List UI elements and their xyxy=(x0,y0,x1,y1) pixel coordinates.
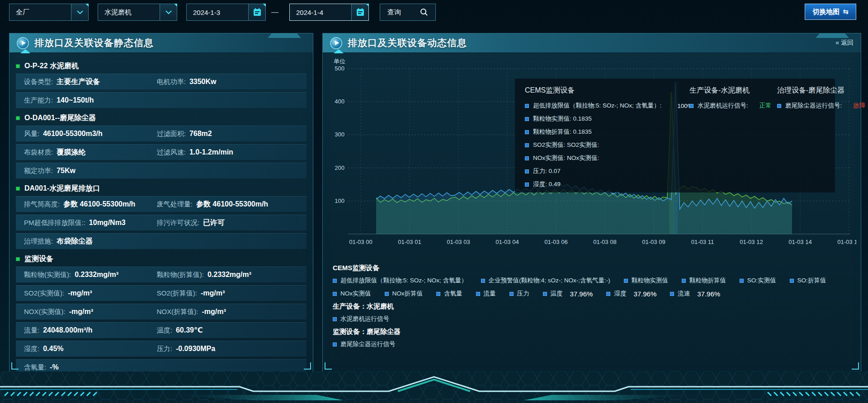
section-header: DA001-水泥磨尾排放口 xyxy=(16,181,307,196)
start-date-input[interactable]: 2024-1-3 xyxy=(186,4,266,21)
legend-item[interactable]: 压力 xyxy=(509,290,529,298)
legend-marker-icon xyxy=(436,292,440,296)
legend-marker-icon xyxy=(543,292,547,296)
legend-item[interactable]: NOx实测值 xyxy=(333,290,371,298)
svg-text:100: 100 xyxy=(335,197,344,204)
info-row: SO2(实测值):-mg/m³SO2(折算值):-mg/m³ xyxy=(16,285,307,301)
legend-item[interactable]: 颗粒物折算值 xyxy=(682,276,726,285)
svg-text:500: 500 xyxy=(335,65,344,72)
legend-marker-icon xyxy=(606,292,610,296)
info-row: 额定功率:75Kw xyxy=(16,163,307,179)
calendar-icon[interactable] xyxy=(351,4,368,20)
svg-text:01-03 08: 01-03 08 xyxy=(593,239,616,245)
legend-marker-icon xyxy=(333,317,337,321)
legend-item[interactable]: 企业预警值(颗粒物:4; sOz-; NOx-;含氧气量:-) xyxy=(481,276,610,285)
info-row: 流量:24048.000m³/h温度:60.39℃ xyxy=(16,322,307,338)
play-icon xyxy=(17,37,29,49)
back-link[interactable]: « 返回 xyxy=(835,39,854,47)
svg-text:01-03 12: 01-03 12 xyxy=(740,239,763,245)
legend-item[interactable]: 含氧量 xyxy=(436,290,462,298)
legend-marker-icon xyxy=(689,104,693,108)
field-value: 已许可 xyxy=(203,218,225,228)
end-date-value: 2024-1-4 xyxy=(290,9,351,16)
field-label: SO2(实测值): xyxy=(24,289,64,298)
legend-item[interactable]: 流速37.96% xyxy=(670,290,720,298)
field-label: 废气处理量: xyxy=(157,200,193,209)
static-info-list: O-P-22 水泥磨机设备类型:主要生产设备电机功率:3350Kw生产能力:14… xyxy=(9,53,313,375)
field-label: SO2(折算值): xyxy=(157,289,197,298)
field-value: 0.2332mg/m³ xyxy=(208,271,251,279)
tooltip-item: 颗粒物实测值: 0.1835 xyxy=(525,115,674,123)
legend-marker-icon xyxy=(682,279,686,283)
legend-item[interactable]: 磨尾除尘器运行信号 xyxy=(333,340,396,348)
legend-marker-icon xyxy=(509,292,514,296)
section-title: DA001-水泥磨尾排放口 xyxy=(24,184,100,193)
date-range-separator: — xyxy=(271,4,278,21)
green-bullet-icon xyxy=(16,257,20,261)
field-label: 排气筒高度: xyxy=(24,200,60,209)
legend-item[interactable]: SO:实测值 xyxy=(740,276,776,285)
legend-section-title: CEMS监测设备 xyxy=(333,264,853,272)
legend-marker-icon xyxy=(525,183,529,187)
plant-select[interactable]: 全厂 xyxy=(9,4,89,21)
query-button[interactable]: 查询 xyxy=(380,4,436,21)
tooltip-item: NOx实测值: NOx实测值: xyxy=(525,154,674,162)
legend-marker-icon xyxy=(333,292,337,296)
green-bullet-icon xyxy=(16,187,20,191)
field-label: 电机功率: xyxy=(157,78,186,86)
field-label: 过滤面积: xyxy=(157,130,186,138)
svg-text:01-03 04: 01-03 04 xyxy=(495,239,519,245)
legend-marker-icon xyxy=(385,292,389,296)
legend-marker-icon xyxy=(777,104,781,108)
end-date-input[interactable]: 2024-1-4 xyxy=(289,4,369,21)
chevron-down-icon[interactable] xyxy=(71,4,88,20)
tooltip-column-title: CEMS监测设备 xyxy=(525,86,674,95)
legend-item[interactable]: 温度37.96% xyxy=(543,290,593,298)
section-title: O-DA001--磨尾除尘器 xyxy=(24,113,96,123)
legend-section: 生产设备：水泥磨机水泥磨机运行信号 xyxy=(333,302,853,323)
legend-marker-icon xyxy=(790,279,794,283)
chevron-down-icon[interactable] xyxy=(160,4,177,20)
legend-item[interactable]: 湿度37.96% xyxy=(606,290,656,298)
field-value: 0.45% xyxy=(43,345,63,353)
status-badge: 正常 xyxy=(760,102,772,110)
legend-item[interactable]: 水泥磨机运行信号 xyxy=(333,315,389,323)
legend-marker-icon xyxy=(525,130,529,134)
legend-item[interactable]: SO:折算值 xyxy=(790,276,826,285)
switch-map-button[interactable]: 切换地图 ⇆ xyxy=(805,4,856,20)
field-label: 生产能力: xyxy=(24,96,53,105)
status-badge: 故障 xyxy=(853,102,865,110)
info-row: NOX(实测值):-mg/m³NOX(折算值):-mg/m³ xyxy=(16,304,307,320)
field-value: 140~150t/h xyxy=(57,96,94,104)
chart-legend-area: CEMS监测设备超低排放限值（颗拉物:5: SOz-; NOx; 含氧量）企业预… xyxy=(333,259,853,351)
svg-text:300: 300 xyxy=(335,131,344,138)
legend-section-title: 生产设备：水泥磨机 xyxy=(333,302,853,311)
field-label: 流量: xyxy=(24,326,39,335)
field-value: -mg/m³ xyxy=(68,289,92,297)
svg-text:01-03 06: 01-03 06 xyxy=(544,239,567,245)
svg-text:01-03 03: 01-03 03 xyxy=(447,239,470,245)
legend-marker-icon xyxy=(740,279,744,283)
legend-item[interactable]: 流量 xyxy=(476,290,496,298)
device-select[interactable]: 水泥磨机 xyxy=(98,4,177,21)
field-label: 过滤风速: xyxy=(157,148,186,157)
legend-section: CEMS监测设备超低排放限值（颗拉物:5: SOz-; NOx; 含氧量）企业预… xyxy=(333,264,853,298)
svg-text:200: 200 xyxy=(335,164,344,171)
field-value: 3350Kw xyxy=(189,78,217,86)
plant-select-value: 全厂 xyxy=(9,8,71,17)
field-label: 风量: xyxy=(24,130,39,138)
switch-map-label: 切换地图 xyxy=(812,8,840,16)
svg-text:01-03 01: 01-03 01 xyxy=(398,239,421,245)
field-label: 布袋材质: xyxy=(24,148,53,157)
field-value: 覆膜涤纶 xyxy=(57,148,85,157)
corner-bracket xyxy=(11,362,19,370)
legend-item[interactable]: 超低排放限值（颗拉物:5: SOz-; NOx; 含氧量） xyxy=(333,276,467,285)
search-icon xyxy=(420,8,428,16)
legend-item[interactable]: NOx折算值 xyxy=(385,290,423,298)
tooltip-item: 湿度: 0.49 xyxy=(525,180,674,188)
calendar-icon[interactable] xyxy=(248,4,265,20)
field-label: 压力: xyxy=(157,345,172,353)
legend-item[interactable]: 颗粒物实测值 xyxy=(624,276,668,285)
field-value: 主要生产设备 xyxy=(57,77,100,87)
legend-marker-icon xyxy=(525,104,529,108)
